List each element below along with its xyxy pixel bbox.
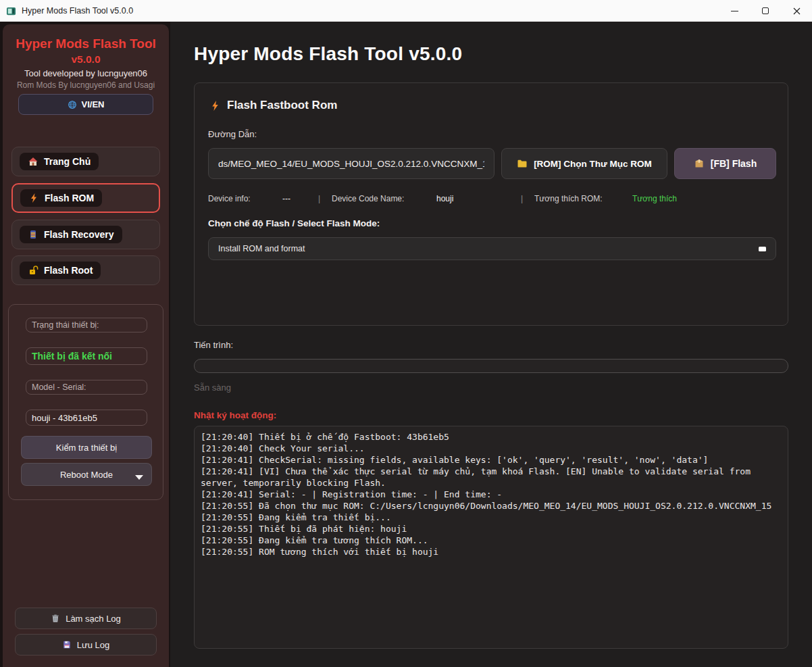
- device-status-value: Thiết bị đã kết nối: [26, 347, 147, 365]
- sidebar-item-label: Flash Root: [44, 265, 93, 276]
- device-info-label: Device info:: [208, 194, 251, 203]
- globe-icon: [68, 100, 77, 109]
- sidebar-item-home[interactable]: Trang Chủ: [11, 147, 160, 176]
- rom-path-input[interactable]: [208, 148, 494, 179]
- unlock-icon: [28, 265, 39, 276]
- folder-icon: [517, 158, 528, 169]
- device-info-row: Device info: --- | Device Code Name: hou…: [208, 194, 776, 205]
- package-icon: [694, 158, 705, 169]
- flash-mode-value: Install ROM and format: [218, 244, 305, 253]
- check-device-button[interactable]: Kiểm tra thiết bị: [21, 436, 152, 459]
- reboot-mode-dropdown[interactable]: Reboot Mode: [21, 463, 152, 486]
- sidebar-version: v5.0.0: [3, 53, 169, 66]
- activity-log-title: Nhật ký hoạt động:: [194, 410, 276, 420]
- model-serial-label: Model - Serial:: [26, 380, 147, 395]
- close-button[interactable]: [781, 0, 812, 22]
- separator: |: [521, 194, 523, 203]
- bolt-icon: [28, 193, 39, 203]
- recovery-icon: [28, 229, 39, 240]
- floppy-icon: [62, 640, 72, 649]
- device-status-panel: Trạng thái thiết bị: Thiết bị đã kết nối…: [8, 304, 163, 500]
- device-code-value: houji: [436, 194, 453, 203]
- device-status-label: Trạng thái thiết bị:: [26, 318, 147, 332]
- flash-fastboot-card: Flash Fastboot Rom Đường Dẫn: [ROM] Chọn…: [194, 82, 788, 326]
- device-code-label: Device Code Name:: [332, 194, 404, 203]
- window-title: Hyper Mods Flash Tool v5.0.0: [22, 6, 133, 16]
- clear-log-button[interactable]: Làm sạch Log: [15, 608, 157, 629]
- language-toggle-button[interactable]: VI/EN: [18, 94, 153, 115]
- rom-compat-label: Tương thích ROM:: [534, 194, 603, 203]
- separator: |: [318, 194, 320, 203]
- progress-status: Sẵn sàng: [194, 382, 231, 393]
- sidebar-item-flash-root[interactable]: Flash Root: [11, 255, 160, 285]
- check-device-label: Kiểm tra thiết bị: [56, 443, 117, 453]
- progress-label: Tiến trình:: [194, 340, 233, 350]
- app-icon: [6, 6, 16, 16]
- sidebar-item-flash-rom[interactable]: Flash ROM: [11, 183, 160, 213]
- dropdown-indicator-icon: [759, 247, 766, 251]
- sidebar-item-label: Flash ROM: [45, 193, 94, 203]
- sidebar-credit-line2: Rom Mods By lucnguyen06 and Usagi: [3, 80, 169, 90]
- sidebar-item-label: Trang Chủ: [44, 156, 91, 167]
- save-log-label: Lưu Log: [77, 640, 109, 650]
- fastboot-flash-label: [FB] Flash: [711, 158, 757, 169]
- flash-mode-label: Chọn chế độ Flash / Select Flash Mode:: [208, 218, 380, 228]
- sidebar-item-flash-recovery[interactable]: Flash Recovery: [11, 220, 160, 249]
- page-title: Hyper Mods Flash Tool v5.0.0: [194, 43, 462, 65]
- activity-log-box[interactable]: [21:20:40] Thiết bị ở chế độ Fastboot: 4…: [194, 426, 788, 649]
- language-toggle-label: VI/EN: [82, 99, 105, 109]
- home-icon: [28, 156, 39, 167]
- flash-card-title-text: Flash Fastboot Rom: [227, 99, 337, 112]
- app-window: Hyper Mods Flash Tool v5.0.0 Hyper Mods …: [0, 0, 812, 667]
- model-serial-value: houji - 43b61eb5: [26, 410, 147, 426]
- minimize-button[interactable]: [719, 0, 750, 22]
- choose-rom-folder-button[interactable]: [ROM] Chọn Thư Mục ROM: [501, 148, 667, 179]
- minimize-icon: [731, 11, 738, 11]
- reboot-mode-label: Reboot Mode: [60, 470, 113, 480]
- close-icon: [793, 7, 801, 15]
- titlebar[interactable]: Hyper Mods Flash Tool v5.0.0: [0, 0, 812, 22]
- choose-rom-folder-label: [ROM] Chọn Thư Mục ROM: [534, 159, 652, 169]
- maximize-icon: [762, 7, 769, 14]
- flash-card-title: Flash Fastboot Rom: [209, 99, 337, 112]
- path-label: Đường Dẫn:: [208, 129, 257, 139]
- sidebar: Hyper Mods Flash Tool v5.0.0 Tool develo…: [3, 24, 169, 667]
- rom-compat-value: Tương thích: [632, 194, 677, 203]
- sidebar-app-title: Hyper Mods Flash Tool: [3, 36, 169, 51]
- maximize-button[interactable]: [750, 0, 781, 22]
- sidebar-item-label: Flash Recovery: [44, 229, 114, 240]
- sidebar-credit-line1: Tool developed by lucnguyen06: [3, 68, 169, 78]
- save-log-button[interactable]: Lưu Log: [15, 634, 157, 656]
- trash-icon: [51, 614, 60, 623]
- fastboot-flash-button[interactable]: [FB] Flash: [674, 148, 776, 179]
- bolt-icon: [209, 100, 221, 112]
- activity-log-text: [21:20:40] Thiết bị ở chế độ Fastboot: 4…: [195, 426, 788, 562]
- flash-mode-dropdown[interactable]: Install ROM and format: [208, 237, 776, 260]
- main-content: Hyper Mods Flash Tool v5.0.0 Flash Fastb…: [170, 22, 812, 667]
- device-info-value: ---: [282, 194, 290, 203]
- chevron-down-icon: [135, 475, 143, 480]
- clear-log-label: Làm sạch Log: [66, 614, 121, 624]
- progress-bar: [194, 359, 788, 373]
